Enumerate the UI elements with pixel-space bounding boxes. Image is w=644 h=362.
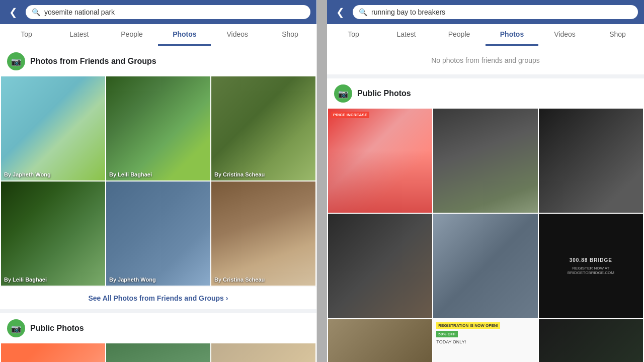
tab-shop-left[interactable]: Shop xyxy=(264,24,316,46)
run-photo-7[interactable] xyxy=(328,319,432,362)
left-content: 📷 Photos from Friends and Groups By Japh… xyxy=(0,46,316,362)
tab-videos-left[interactable]: Videos xyxy=(211,24,264,46)
no-friends-photos-notice: No photos from friends and groups xyxy=(327,46,644,74)
run-register-cell: 300.88 BRIDGE REGISTER NOW ATBRIDGETOBRI… xyxy=(539,214,643,318)
tab-latest-left[interactable]: Latest xyxy=(53,24,106,46)
public-photo-3[interactable] xyxy=(211,343,315,362)
tab-videos-right[interactable]: Videos xyxy=(538,24,591,46)
left-public-section-title: Public Photos xyxy=(30,324,84,333)
tab-photos-right[interactable]: Photos xyxy=(486,24,538,46)
photo-cell-6[interactable]: By Cristina Scheau xyxy=(211,182,315,286)
see-all-friends-photos-button[interactable]: See All Photos from Friends and Groups › xyxy=(0,287,316,309)
left-search-text: yosemite national park xyxy=(44,8,115,16)
left-public-section-icon: 📷 xyxy=(7,319,25,337)
right-search-icon: 🔍 xyxy=(359,8,367,16)
run-photo-2[interactable] xyxy=(433,109,537,213)
right-header: ❮ 🔍 running bay to breakers xyxy=(327,0,644,24)
left-back-button[interactable]: ❮ xyxy=(6,5,21,19)
public-photo-2[interactable] xyxy=(106,343,210,362)
left-search-bar[interactable]: 🔍 yosemite national park xyxy=(26,5,310,19)
photo-cell-2[interactable]: By Leili Baghaei xyxy=(106,76,210,180)
run-photo-6[interactable]: 300.88 BRIDGE REGISTER NOW ATBRIDGETOBRI… xyxy=(539,214,643,318)
right-nav-tabs: Top Latest People Photos Videos Shop xyxy=(327,24,644,46)
chevron-right-icon: › xyxy=(226,294,228,302)
right-public-section-title: Public Photos xyxy=(357,89,411,98)
right-search-text: running bay to breakers xyxy=(371,8,445,16)
left-search-icon: 🔍 xyxy=(32,8,40,16)
tab-people-right[interactable]: People xyxy=(433,24,486,46)
tab-people-left[interactable]: People xyxy=(106,24,158,46)
photo-cell-5[interactable]: By Japheth Wong xyxy=(106,182,210,286)
run-promo-cell: REGISTRATION IS NOW OPEN! 50% OFF TODAY … xyxy=(433,319,537,362)
photo-label-1: By Japheth Wong xyxy=(4,171,51,177)
photo-cell-1[interactable]: By Japheth Wong xyxy=(1,76,105,180)
photo-label-5: By Japheth Wong xyxy=(109,277,156,283)
photo-cell-4[interactable]: By Leili Baghaei xyxy=(1,182,105,286)
friends-section-header: 📷 Photos from Friends and Groups xyxy=(0,46,316,76)
tab-shop-right[interactable]: Shop xyxy=(591,24,644,46)
left-public-section-header: 📷 Public Photos xyxy=(0,313,316,343)
tab-photos-left[interactable]: Photos xyxy=(158,24,211,46)
photo-label-2: By Leili Baghaei xyxy=(109,171,152,177)
right-public-section-header: 📷 Public Photos xyxy=(327,78,644,109)
run-photo-5[interactable] xyxy=(433,214,537,318)
left-public-photos-section: 📷 Public Photos xyxy=(0,313,316,362)
photo-cell-3[interactable]: By Cristina Scheau xyxy=(211,76,315,180)
right-search-bar[interactable]: 🔍 running bay to breakers xyxy=(353,5,638,19)
friends-photo-grid: By Japheth Wong By Leili Baghaei By Cris… xyxy=(0,76,316,287)
run-photo-8[interactable]: REGISTRATION IS NOW OPEN! 50% OFF TODAY … xyxy=(433,319,537,362)
run-photo-1[interactable]: PRICE INCREASE xyxy=(328,109,432,213)
tab-top-left[interactable]: Top xyxy=(0,24,53,46)
right-public-section-icon: 📷 xyxy=(334,84,352,103)
right-back-button[interactable]: ❮ xyxy=(333,5,348,19)
right-content: No photos from friends and groups 📷 Publ… xyxy=(327,46,644,362)
photo-label-6: By Cristina Scheau xyxy=(214,277,265,283)
right-public-photo-grid: PRICE INCREASE xyxy=(327,109,644,362)
run-finish-cell: FINISH xyxy=(539,319,643,362)
phone-divider xyxy=(317,0,327,362)
photo-label-4: By Leili Baghaei xyxy=(4,277,47,283)
friends-photos-section: 📷 Photos from Friends and Groups By Japh… xyxy=(0,46,316,309)
left-phone: ❮ 🔍 yosemite national park Top Latest Pe… xyxy=(0,0,317,362)
run-photo-4[interactable] xyxy=(328,214,432,318)
public-photo-1[interactable] xyxy=(1,343,105,362)
friends-section-icon: 📷 xyxy=(7,52,25,70)
tab-latest-right[interactable]: Latest xyxy=(380,24,433,46)
friends-section-title: Photos from Friends and Groups xyxy=(30,57,156,66)
left-header: ❮ 🔍 yosemite national park xyxy=(0,0,316,24)
right-phone: ❮ 🔍 running bay to breakers Top Latest P… xyxy=(327,0,644,362)
left-nav-tabs: Top Latest People Photos Videos Shop xyxy=(0,24,316,46)
run-photo-3[interactable] xyxy=(539,109,643,213)
tab-top-right[interactable]: Top xyxy=(327,24,380,46)
photo-label-3: By Cristina Scheau xyxy=(214,171,265,177)
right-public-photos-section: 📷 Public Photos PRICE INCREASE xyxy=(327,78,644,362)
run-photo-9[interactable]: FINISH xyxy=(539,319,643,362)
left-public-photo-grid xyxy=(0,343,316,362)
